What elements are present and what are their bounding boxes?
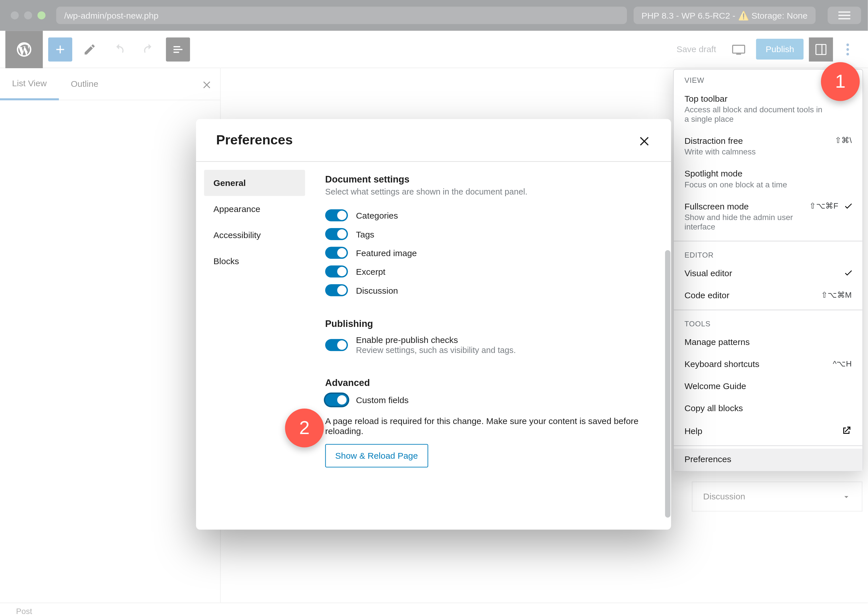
more-menu-dropdown: VIEW Top toolbar Access all block and do… [673,69,863,471]
redo-button[interactable] [137,37,161,61]
toggle-custom-fields[interactable] [325,394,348,406]
label-categories: Categories [356,210,398,220]
section-publishing: Publishing Enable pre-publish checks Rev… [325,318,660,358]
publish-button[interactable]: Publish [756,39,803,59]
tools-button[interactable] [78,37,102,61]
editor-footer: Post [0,602,868,616]
svg-rect-5 [816,44,826,54]
add-block-button[interactable] [48,37,72,61]
menu-visual-editor[interactable]: Visual editor [674,263,862,285]
annotation-callout-2: 2 [285,409,324,447]
window-minimize-icon[interactable] [24,11,32,19]
url-field[interactable]: /wp-admin/post-new.php [56,6,627,24]
menu-spotlight-mode[interactable]: Spotlight mode Focus on one block at a t… [674,163,862,196]
toggle-prepublish-checks[interactable] [325,339,348,351]
editor-toolbar: Save draft Publish [0,31,868,68]
label-featured-image: Featured image [356,248,417,258]
menu-welcome-guide[interactable]: Welcome Guide [674,376,862,398]
document-overview-sidebar: List View Outline [0,68,221,602]
footer-breadcrumb[interactable]: Post [16,606,32,616]
app-menu-button[interactable] [828,6,861,24]
svg-rect-3 [733,45,745,53]
doc-settings-sub: Select what settings are shown in the do… [325,187,660,197]
nav-general[interactable]: General [204,170,305,196]
section-advanced: Advanced Custom fields A page reload is … [325,377,660,467]
sidebar-close-button[interactable] [194,79,220,89]
sidebar-tabs: List View Outline [0,68,220,100]
reload-note: A page reload is required for this chang… [325,416,660,436]
toggle-excerpt[interactable] [325,266,348,278]
shortcut-label: ⇧⌥⌘F [809,201,838,211]
dropdown-section-tools: TOOLS [674,313,862,332]
label-excerpt: Excerpt [356,266,386,277]
shortcut-label: ⇧⌥⌘M [821,290,852,300]
status-suffix: Storage: None [751,10,808,20]
menu-help[interactable]: Help [674,420,862,443]
window-traffic-lights [6,11,49,19]
label-tags: Tags [356,229,374,239]
environment-status: PHP 8.3 - WP 6.5-RC2 - ⚠️ Storage: None [633,6,816,24]
dropdown-section-editor: EDITOR [674,244,862,263]
status-prefix: PHP 8.3 - WP 6.5-RC2 - [641,10,736,20]
label-prepublish: Enable pre-publish checks [356,335,516,345]
more-menu-button[interactable] [838,37,857,61]
nav-accessibility[interactable]: Accessibility [204,222,305,248]
svg-point-8 [846,48,849,50]
modal-scrollbar[interactable] [665,170,671,522]
tab-list-view[interactable]: List View [0,68,59,100]
menu-keyboard-shortcuts[interactable]: Keyboard shortcuts ^⌥H [674,354,862,376]
toggle-categories[interactable] [325,209,348,222]
check-icon [844,268,853,278]
svg-rect-6 [822,44,822,54]
panel-discussion-label: Discussion [703,491,745,501]
window-close-icon[interactable] [11,11,19,19]
menu-distraction-free[interactable]: Distraction free Write with calmness ⇧⌘\ [674,130,862,163]
preview-button[interactable] [727,37,751,61]
shortcut-label: ^⌥H [833,359,852,368]
panel-discussion[interactable]: Discussion [693,481,862,511]
menu-fullscreen-mode[interactable]: Fullscreen mode Show and hide the admin … [674,196,862,238]
chevron-down-icon [842,492,851,501]
publishing-heading: Publishing [325,318,660,329]
svg-point-7 [846,43,849,46]
preferences-close-button[interactable] [638,134,651,147]
svg-rect-0 [838,11,851,13]
help-prepublish: Review settings, such as visibility and … [356,346,516,355]
menu-copy-all-blocks[interactable]: Copy all blocks [674,398,862,420]
svg-point-9 [846,52,849,55]
preferences-content: Document settings Select what settings a… [313,162,671,530]
menu-manage-patterns[interactable]: Manage patterns [674,332,862,354]
show-reload-button[interactable]: Show & Reload Page [325,444,428,468]
label-discussion: Discussion [356,285,398,295]
doc-settings-heading: Document settings [325,174,660,184]
toggle-featured-image[interactable] [325,247,348,259]
menu-preferences[interactable]: Preferences [674,449,862,471]
check-icon [844,201,853,211]
shortcut-label: ⇧⌘\ [835,136,852,145]
section-document-settings: Document settings Select what settings a… [325,174,660,300]
preferences-title: Preferences [216,132,293,148]
url-text: /wp-admin/post-new.php [64,10,159,20]
preferences-modal: Preferences General Appearance Accessibi… [196,119,671,530]
save-draft-button[interactable]: Save draft [671,40,721,58]
window-maximize-icon[interactable] [38,11,46,19]
menu-code-editor[interactable]: Code editor ⇧⌥⌘M [674,285,862,307]
nav-appearance[interactable]: Appearance [204,196,305,222]
preferences-nav: General Appearance Accessibility Blocks [196,162,313,530]
post-settings-panel: Discussion [692,481,862,511]
warning-icon: ⚠️ [738,10,749,20]
settings-panel-button[interactable] [809,37,833,61]
scroll-thumb[interactable] [665,250,671,518]
toggle-tags[interactable] [325,228,348,240]
annotation-callout-1: 1 [821,62,860,101]
window-titlebar: /wp-admin/post-new.php PHP 8.3 - WP 6.5-… [0,0,868,31]
label-custom-fields: Custom fields [356,395,409,405]
document-overview-button[interactable] [166,37,190,61]
svg-rect-2 [838,18,851,19]
svg-rect-1 [838,15,851,16]
undo-button[interactable] [107,37,131,61]
toggle-discussion[interactable] [325,284,348,296]
nav-blocks[interactable]: Blocks [204,248,305,274]
wordpress-logo[interactable] [5,30,43,68]
tab-outline[interactable]: Outline [59,68,110,100]
